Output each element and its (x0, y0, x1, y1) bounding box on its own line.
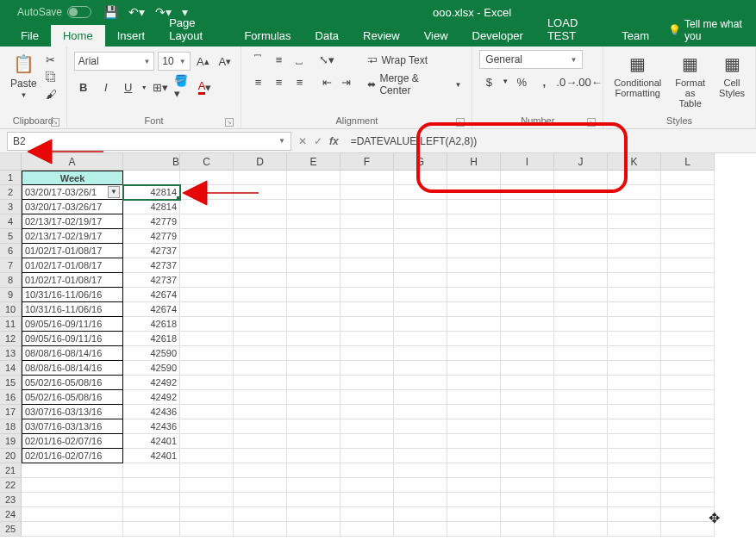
worksheet[interactable]: A B C D E F G H I J K L 1Week203/20/17-0… (0, 153, 756, 559)
cell-L1[interactable] (661, 171, 715, 185)
increase-decimal-icon[interactable]: .0→ (557, 72, 576, 91)
increase-indent-icon[interactable]: ⇥ (336, 72, 355, 91)
cell-K19[interactable] (608, 434, 661, 449)
cell-F20[interactable] (341, 449, 394, 463)
cell-F22[interactable] (341, 478, 394, 493)
cell-L10[interactable] (661, 302, 715, 317)
cell-A12[interactable]: 09/05/16-09/11/16 (22, 332, 123, 346)
cell-E23[interactable] (287, 493, 341, 507)
cell-C14[interactable] (180, 361, 234, 376)
cell-L6[interactable] (661, 244, 715, 258)
cell-H13[interactable] (447, 346, 501, 361)
cell-I7[interactable] (501, 258, 554, 273)
cell-L9[interactable] (661, 288, 715, 302)
cell-G24[interactable] (394, 507, 447, 522)
cell-I19[interactable] (501, 434, 554, 449)
cell-D16[interactable] (234, 390, 287, 405)
cell-I3[interactable] (501, 200, 554, 214)
cell-G18[interactable] (394, 419, 447, 434)
cell-I4[interactable] (501, 214, 554, 229)
cell-K6[interactable] (608, 244, 661, 258)
cell-L14[interactable] (661, 361, 715, 376)
cell-G2[interactable] (394, 185, 447, 200)
tab-view[interactable]: View (412, 25, 460, 47)
chevron-down-icon[interactable]: ▼ (141, 84, 147, 90)
cell-K23[interactable] (608, 493, 661, 507)
cell-D1[interactable] (234, 171, 287, 185)
underline-button[interactable]: U (119, 78, 138, 96)
cell-K1[interactable] (608, 171, 661, 185)
cell-J21[interactable] (554, 463, 608, 478)
cell-C22[interactable] (180, 478, 234, 493)
cell-J15[interactable] (554, 376, 608, 390)
cell-J18[interactable] (554, 419, 608, 434)
cell-H15[interactable] (447, 376, 501, 390)
cell-L23[interactable] (661, 493, 715, 507)
cell-J25[interactable] (554, 522, 608, 537)
undo-icon[interactable]: ↶▾ (128, 5, 145, 19)
cell-E22[interactable] (287, 478, 341, 493)
col-header-F[interactable]: F (341, 153, 394, 171)
cell-D7[interactable] (234, 258, 287, 273)
cell-F16[interactable] (341, 390, 394, 405)
cell-C24[interactable] (180, 507, 234, 522)
cell-L2[interactable] (661, 185, 715, 200)
cell-C6[interactable] (180, 244, 234, 258)
cell-D2[interactable] (234, 185, 287, 200)
cell-H22[interactable] (447, 478, 501, 493)
cell-H3[interactable] (447, 200, 501, 214)
cell-H14[interactable] (447, 361, 501, 376)
cell-K8[interactable] (608, 273, 661, 288)
col-header-J[interactable]: J (554, 153, 608, 171)
cell-J1[interactable] (554, 171, 608, 185)
cell-E10[interactable] (287, 302, 341, 317)
font-size-combo[interactable]: 10▼ (158, 52, 190, 71)
row-header[interactable]: 22 (0, 478, 22, 493)
cell-H24[interactable] (447, 507, 501, 522)
cell-B19[interactable]: 42401 (123, 434, 180, 449)
tab-data[interactable]: Data (303, 25, 351, 47)
cell-B12[interactable]: 42618 (123, 332, 180, 346)
cell-G25[interactable] (394, 522, 447, 537)
col-header-K[interactable]: K (608, 153, 661, 171)
dialog-launcher-icon[interactable]: ↘ (456, 118, 465, 127)
cell-A2[interactable]: 03/20/17-03/26/1▼ (22, 185, 123, 200)
cell-F2[interactable] (341, 185, 394, 200)
cell-H20[interactable] (447, 449, 501, 463)
align-bottom-icon[interactable]: ⎵ (290, 50, 309, 69)
cell-J19[interactable] (554, 434, 608, 449)
cell-E20[interactable] (287, 449, 341, 463)
cell-A18[interactable]: 03/07/16-03/13/16 (22, 419, 123, 434)
cut-icon[interactable]: ✂ (46, 53, 59, 67)
cell-C4[interactable] (180, 214, 234, 229)
cell-A13[interactable]: 08/08/16-08/14/16 (22, 346, 123, 361)
cell-G22[interactable] (394, 478, 447, 493)
orientation-icon[interactable]: ⤡▾ (317, 50, 336, 69)
cell-I18[interactable] (501, 419, 554, 434)
cell-K24[interactable] (608, 507, 661, 522)
cell-K14[interactable] (608, 361, 661, 376)
cell-B6[interactable]: 42737 (123, 244, 180, 258)
cell-C7[interactable] (180, 258, 234, 273)
cell-A22[interactable] (22, 478, 123, 493)
cell-C9[interactable] (180, 288, 234, 302)
cell-F1[interactable] (341, 171, 394, 185)
cell-B24[interactable] (123, 507, 180, 522)
save-icon[interactable]: 💾 (103, 5, 118, 19)
row-header[interactable]: 23 (0, 493, 22, 507)
cell-E24[interactable] (287, 507, 341, 522)
col-header-C[interactable]: C (180, 153, 234, 171)
cell-G17[interactable] (394, 405, 447, 419)
cell-H2[interactable] (447, 185, 501, 200)
cell-B25[interactable] (123, 522, 180, 537)
cell-G9[interactable] (394, 288, 447, 302)
tab-formulas[interactable]: Formulas (232, 25, 303, 47)
cell-F14[interactable] (341, 361, 394, 376)
paste-button[interactable]: 📋 Paste ▼ (7, 50, 41, 101)
cell-F5[interactable] (341, 229, 394, 244)
copy-icon[interactable]: ⿻ (46, 71, 59, 84)
cell-A17[interactable]: 03/07/16-03/13/16 (22, 405, 123, 419)
cell-A16[interactable]: 05/02/16-05/08/16 (22, 390, 123, 405)
cell-G1[interactable] (394, 171, 447, 185)
cell-D19[interactable] (234, 434, 287, 449)
